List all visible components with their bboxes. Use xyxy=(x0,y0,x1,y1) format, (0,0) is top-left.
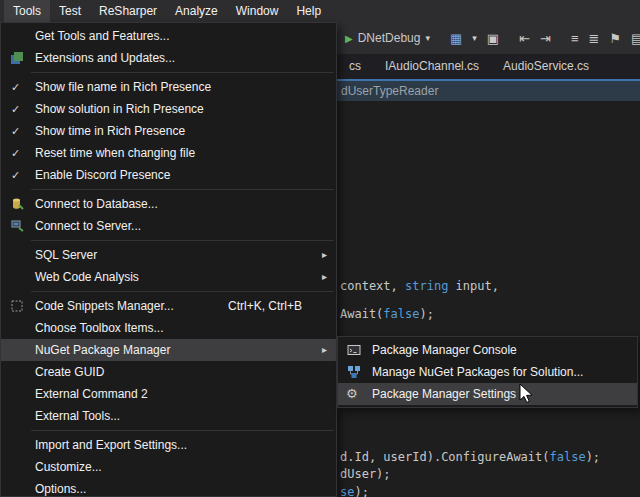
menu-item-resharper[interactable]: ReSharper xyxy=(90,0,166,22)
menu-item-label: External Command 2 xyxy=(35,387,148,401)
menu-item-label: Reset time when changing file xyxy=(35,146,195,160)
menu-item-external-command-2[interactable]: External Command 2 xyxy=(1,383,336,405)
menu-item-label: Connect to Database... xyxy=(35,197,158,211)
menu-item-label: Code Snippets Manager... xyxy=(35,299,174,313)
menu-item-show-file-name[interactable]: ✓ Show file name in Rich Presence xyxy=(1,76,336,98)
menu-item-label: Show solution in Rich Presence xyxy=(35,102,204,116)
menu-item-help[interactable]: Help xyxy=(287,0,330,22)
indent-right-icon[interactable]: ⇥ xyxy=(540,31,551,46)
code-line: se); xyxy=(340,485,369,497)
code-token: string xyxy=(405,279,448,293)
code-token: ); xyxy=(354,485,368,497)
menu-item-label: Options... xyxy=(35,482,86,496)
check-icon: ✓ xyxy=(11,164,20,186)
code-line: d.Id, userId).ConfigureAwait(false); xyxy=(340,450,600,464)
menu-item-code-snippets-manager[interactable]: Code Snippets Manager... Ctrl+K, Ctrl+B xyxy=(1,295,336,317)
menu-item-reset-time[interactable]: ✓ Reset time when changing file xyxy=(1,142,336,164)
breadcrumb[interactable]: dUserTypeReader xyxy=(341,84,438,98)
database-icon xyxy=(10,197,24,211)
menu-item-label: Manage NuGet Packages for Solution... xyxy=(372,365,583,379)
list-icon[interactable]: ≡ xyxy=(571,31,579,46)
submenu-arrow-icon: ▸ xyxy=(322,244,327,266)
menu-item-connect-to-database[interactable]: Connect to Database... xyxy=(1,193,336,215)
menu-item-package-manager-settings[interactable]: ⚙ Package Manager Settings xyxy=(338,383,637,405)
play-icon: ▶ xyxy=(345,33,353,44)
menu-item-label: Customize... xyxy=(35,460,102,474)
code-line: Await(false); xyxy=(340,307,434,321)
menu-item-label: Create GUID xyxy=(35,365,104,379)
menu-item-label: SQL Server xyxy=(35,248,97,262)
tab-audioservice[interactable]: AudioService.cs xyxy=(491,54,601,79)
menu-separator xyxy=(31,189,334,190)
menu-item-choose-toolbox-items[interactable]: Choose Toolbox Items... xyxy=(1,317,336,339)
menu-item-show-time[interactable]: ✓ Show time in Rich Presence xyxy=(1,120,336,142)
menu-item-label: Import and Export Settings... xyxy=(35,438,187,452)
list-dense-icon[interactable]: ≣ xyxy=(588,31,599,46)
indent-left-icon[interactable]: ⇤ xyxy=(519,31,530,46)
menu-item-label: Web Code Analysis xyxy=(35,270,139,284)
submenu-arrow-icon: ▸ xyxy=(322,339,327,361)
menu-item-test[interactable]: Test xyxy=(50,0,90,22)
menu-item-manage-nuget-packages[interactable]: Manage NuGet Packages for Solution... xyxy=(338,361,637,383)
code-token: dUser); xyxy=(340,467,391,481)
tab-iaudiochannel[interactable]: IAudioChannel.cs xyxy=(373,54,491,79)
menu-item-import-export-settings[interactable]: Import and Export Settings... xyxy=(1,434,336,456)
menu-separator xyxy=(31,291,334,292)
menu-item-label: NuGet Package Manager xyxy=(35,343,170,357)
menu-separator xyxy=(31,240,334,241)
code-token: ); xyxy=(419,307,433,321)
menu-item-analyze[interactable]: Analyze xyxy=(166,0,227,22)
menu-item-external-tools[interactable]: External Tools... xyxy=(1,405,336,427)
snippets-icon xyxy=(10,299,24,313)
menu-item-label: Choose Toolbox Items... xyxy=(35,321,164,335)
dropdown-caret-icon: ▾ xyxy=(425,33,430,43)
code-token: input, xyxy=(448,279,499,293)
code-token: ); xyxy=(586,450,600,464)
menu-item-get-tools-and-features[interactable]: Get Tools and Features... xyxy=(1,25,336,47)
panel-icon[interactable]: ▤ xyxy=(631,31,640,46)
code-token: false xyxy=(550,450,586,464)
code-token: se xyxy=(340,485,354,497)
menu-item-sql-server[interactable]: SQL Server ▸ xyxy=(1,244,336,266)
tab-cs-partial[interactable]: cs xyxy=(337,54,373,79)
menu-item-window[interactable]: Window xyxy=(227,0,288,22)
server-icon xyxy=(10,219,24,233)
submenu-arrow-icon: ▸ xyxy=(322,266,327,288)
window-icon[interactable]: ▣ xyxy=(487,31,499,46)
menu-separator xyxy=(31,430,334,431)
menu-item-enable-discord-presence[interactable]: ✓ Enable Discord Presence xyxy=(1,164,336,186)
menu-item-label: Get Tools and Features... xyxy=(35,29,170,43)
menu-item-label: Package Manager Settings xyxy=(372,387,516,401)
dropdown-caret-icon[interactable]: ▾ xyxy=(472,33,477,43)
menu-item-package-manager-console[interactable]: Package Manager Console xyxy=(338,339,637,361)
menu-item-customize[interactable]: Customize... xyxy=(1,456,336,478)
run-config-button[interactable]: ▶ DNetDebug ▾ xyxy=(345,31,430,45)
menu-separator xyxy=(31,72,334,73)
console-icon xyxy=(347,343,361,357)
check-icon: ✓ xyxy=(11,98,20,120)
extensions-icon xyxy=(10,51,24,65)
tools-menu: Get Tools and Features... Extensions and… xyxy=(0,22,337,497)
code-line: dUser); xyxy=(340,467,391,481)
check-icon: ✓ xyxy=(11,120,20,142)
menu-item-web-code-analysis[interactable]: Web Code Analysis ▸ xyxy=(1,266,336,288)
code-line: context, string input, xyxy=(340,279,499,293)
mouse-cursor xyxy=(518,383,536,407)
menu-item-connect-to-server[interactable]: Connect to Server... xyxy=(1,215,336,237)
menu-item-label: Extensions and Updates... xyxy=(35,51,175,65)
menu-item-create-guid[interactable]: Create GUID xyxy=(1,361,336,383)
menu-item-label: Show file name in Rich Presence xyxy=(35,80,211,94)
code-token: context, xyxy=(340,279,405,293)
menu-item-options[interactable]: Options... xyxy=(1,478,336,497)
menu-item-label: Package Manager Console xyxy=(372,343,517,357)
grid-dropdown-icon[interactable]: ▦ xyxy=(450,31,462,46)
menu-item-tools[interactable]: Tools xyxy=(4,0,50,22)
code-token: d.Id, userId).ConfigureAwait( xyxy=(340,450,550,464)
menu-item-extensions-and-updates[interactable]: Extensions and Updates... xyxy=(1,47,336,69)
menu-item-label: External Tools... xyxy=(35,409,120,423)
menu-item-show-solution[interactable]: ✓ Show solution in Rich Presence xyxy=(1,98,336,120)
gear-icon: ⚙ xyxy=(346,383,358,405)
menu-item-label: Enable Discord Presence xyxy=(35,168,170,182)
menu-item-nuget-package-manager[interactable]: NuGet Package Manager ▸ xyxy=(1,339,336,361)
bookmark-icon[interactable]: ⚑ xyxy=(609,31,621,46)
